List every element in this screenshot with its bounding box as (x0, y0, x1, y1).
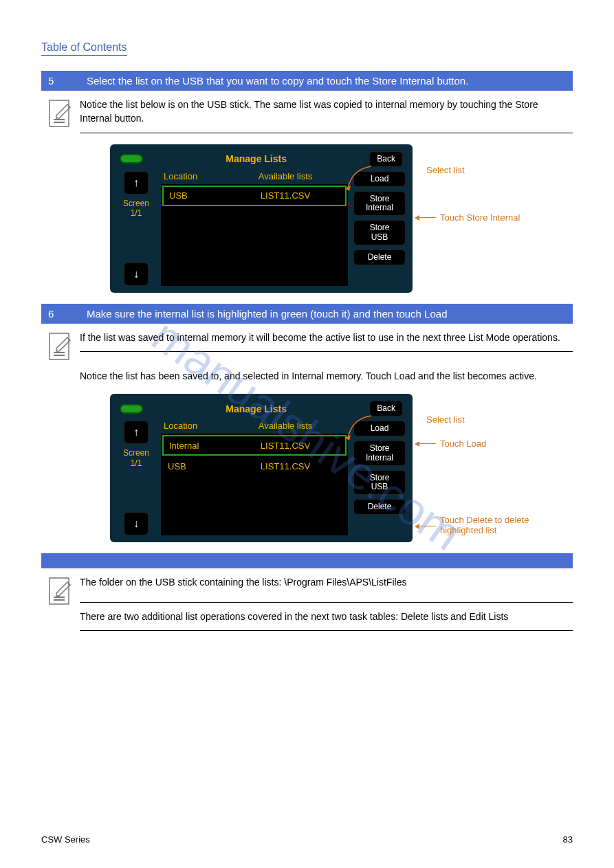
load-button[interactable]: Load (353, 421, 406, 436)
screen-indicator: Screen 1/1 (123, 199, 149, 219)
note-row-1: Notice the list below is on the USB stic… (41, 98, 573, 133)
store-usb-button[interactable]: Store USB (353, 470, 406, 495)
note-text: The folder on the USB stick containing t… (80, 575, 573, 638)
device-wrap-2: Manage Lists Back ↑ Screen 1/1 ↓ Locatio… (110, 394, 573, 542)
note-line-2: There are two additional list operations… (80, 602, 573, 623)
row-file: LIST11.CSV (226, 190, 345, 201)
load-button[interactable]: Load (353, 171, 406, 187)
list-row[interactable]: Internal LIST11.CSV (162, 435, 347, 456)
footer-right: 83 (563, 834, 573, 845)
step-bar-2: 6 Make sure the internal list is highlig… (41, 304, 573, 324)
device-title: Manage Lists (143, 403, 369, 414)
device-title: Manage Lists (143, 153, 369, 164)
arrow-icon (415, 217, 436, 218)
column-header-location: Location (164, 171, 226, 181)
step-action: Make sure the internal list is highlight… (87, 308, 566, 320)
list-panel: USB LIST11.CSV (161, 184, 348, 286)
back-button[interactable]: Back (369, 401, 403, 416)
note-text: Notice the list below is on the USB stic… (80, 98, 573, 133)
note-row-2: If the list was saved to internal memory… (41, 331, 573, 362)
device-screen-1: Manage Lists Back ↑ Screen 1/1 ↓ Locatio… (110, 144, 413, 293)
footer-left: CSW Series (41, 834, 90, 845)
list-row[interactable]: USB LIST11.CSV (162, 186, 347, 206)
led-icon (120, 154, 143, 164)
step-bar-1: 5 Select the list on the USB that you wa… (41, 71, 573, 91)
store-internal-button[interactable]: Store Internal (353, 191, 406, 216)
device-wrap-1: Manage Lists Back ↑ Screen 1/1 ↓ Locatio… (110, 144, 573, 293)
row-file: LIST11.CSV (224, 461, 347, 471)
note-row-3: The folder on the USB stick containing t… (41, 575, 573, 638)
row-location: Internal (164, 441, 226, 451)
row-location: USB (164, 190, 226, 201)
column-header-available: Available lists (226, 171, 345, 181)
store-usb-button[interactable]: Store USB (353, 220, 406, 245)
device-screen-2: Manage Lists Back ↑ Screen 1/1 ↓ Locatio… (110, 394, 413, 542)
column-header-location: Location (164, 421, 226, 431)
back-button[interactable]: Back (369, 151, 403, 167)
note-text: If the list was saved to internal memory… (80, 331, 573, 352)
callout-store-internal: Touch Store Internal (440, 212, 520, 223)
note-icon (41, 98, 80, 129)
callout-select-list: Select list (426, 414, 465, 425)
toc-link[interactable]: Table of Contents (41, 41, 127, 56)
step-action: Select the list on the USB that you want… (87, 75, 566, 87)
down-arrow-button[interactable]: ↓ (124, 263, 149, 286)
page: Table of Contents 5 Select the list on t… (0, 0, 614, 665)
store-internal-button[interactable]: Store Internal (353, 441, 406, 465)
arrow-icon (415, 526, 436, 526)
delete-button[interactable]: Delete (353, 499, 406, 515)
column-header-available: Available lists (226, 421, 345, 431)
down-arrow-button[interactable]: ↓ (124, 512, 149, 535)
list-panel: Internal LIST11.CSV USB LIST11.CSV (161, 434, 348, 535)
delete-button[interactable]: Delete (353, 249, 406, 265)
post-note-text: Notice the list has been saved to, and s… (80, 369, 573, 383)
callout-touch-load: Touch Load (440, 438, 486, 449)
step-number: 5 (48, 75, 87, 87)
note-icon (41, 575, 80, 607)
callout-touch-delete: Touch Delete to delete highlighted list (440, 515, 536, 535)
row-file: LIST11.CSV (226, 441, 345, 451)
step-bar-3 (41, 553, 573, 568)
up-arrow-button[interactable]: ↑ (124, 421, 149, 444)
note-line-1: The folder on the USB stick containing t… (80, 575, 573, 589)
row-location: USB (162, 461, 224, 471)
led-icon (120, 404, 143, 414)
step-number: 6 (48, 308, 87, 320)
list-row[interactable]: USB LIST11.CSV (162, 456, 347, 476)
screen-indicator: Screen 1/1 (123, 448, 149, 468)
footer: CSW Series 83 (41, 834, 573, 845)
callout-select-list: Select list (426, 165, 465, 175)
up-arrow-button[interactable]: ↑ (124, 171, 149, 194)
arrow-icon (415, 443, 436, 444)
note-icon (41, 331, 80, 362)
